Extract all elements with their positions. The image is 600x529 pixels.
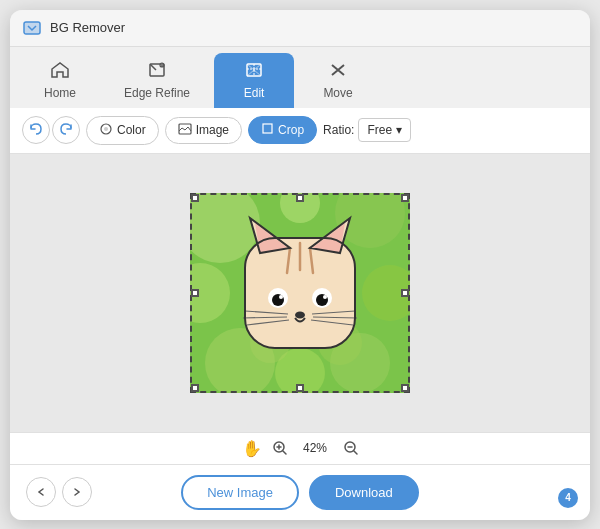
tab-home[interactable]: Home (20, 53, 100, 108)
tab-edit[interactable]: Edit (214, 53, 294, 108)
home-icon (50, 61, 70, 82)
ratio-value: Free (367, 123, 392, 137)
tab-edge-refine-label: Edge Refine (124, 86, 190, 100)
app-title: BG Remover (50, 20, 125, 35)
color-icon (99, 122, 113, 139)
svg-point-34 (323, 295, 327, 299)
ratio-label: Ratio: (323, 123, 354, 137)
app-icon (22, 18, 42, 38)
image-button[interactable]: Image (165, 117, 242, 144)
svg-point-33 (279, 295, 283, 299)
footer: New Image Download 4 (10, 464, 590, 520)
hand-icon: ✋ (242, 439, 262, 458)
zoom-level: 42% (298, 441, 333, 455)
tab-move-label: Move (323, 86, 352, 100)
new-image-button[interactable]: New Image (181, 475, 299, 510)
undo-button[interactable] (22, 116, 50, 144)
tab-home-label: Home (44, 86, 76, 100)
zoom-bar: ✋ 42% (10, 432, 590, 464)
redo-button[interactable] (52, 116, 80, 144)
nav-tabs: Home Edge Refine Edit (10, 47, 590, 108)
image-label: Image (196, 123, 229, 137)
ratio-selector: Ratio: Free ▾ (323, 118, 411, 142)
nav-arrows (26, 477, 92, 507)
title-bar: BG Remover (10, 10, 590, 47)
toolbar: Color Image Crop Ratio: Fr (10, 108, 590, 154)
crop-icon (261, 122, 274, 138)
svg-rect-8 (263, 124, 272, 133)
svg-point-35 (295, 311, 305, 318)
edge-refine-icon (147, 61, 167, 82)
svg-line-50 (354, 451, 357, 454)
svg-rect-0 (24, 22, 40, 34)
undo-redo-group (22, 116, 80, 144)
ratio-dropdown[interactable]: Free ▾ (358, 118, 411, 142)
app-window: BG Remover Home Edge Refine (10, 10, 590, 520)
download-button[interactable]: Download (309, 475, 419, 510)
cat-image (190, 193, 410, 393)
tab-edit-label: Edit (244, 86, 265, 100)
zoom-out-button[interactable] (343, 440, 359, 456)
image-icon (178, 123, 192, 138)
crop-button[interactable]: Crop (248, 116, 317, 144)
svg-line-46 (283, 451, 286, 454)
footer-actions: New Image Download (181, 475, 419, 510)
canvas-area (10, 154, 590, 432)
zoom-in-button[interactable] (272, 440, 288, 456)
edit-icon (244, 61, 264, 82)
image-container (190, 193, 410, 393)
move-icon (328, 61, 348, 82)
color-label: Color (117, 123, 146, 137)
crop-label: Crop (278, 123, 304, 137)
tab-move[interactable]: Move (298, 53, 378, 108)
svg-point-6 (104, 127, 108, 131)
next-arrow[interactable] (62, 477, 92, 507)
prev-arrow[interactable] (26, 477, 56, 507)
chevron-down-icon: ▾ (396, 123, 402, 137)
notification-badge: 4 (558, 488, 578, 508)
color-button[interactable]: Color (86, 116, 159, 145)
tab-edge-refine[interactable]: Edge Refine (104, 53, 210, 108)
